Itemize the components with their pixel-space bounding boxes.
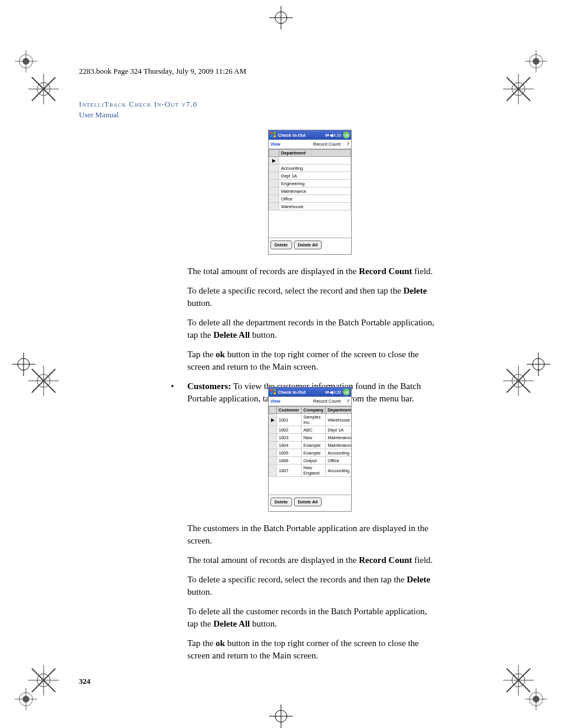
row-selector[interactable] <box>269 426 277 434</box>
table-row[interactable]: Dept 1A <box>269 172 351 180</box>
data-grid[interactable]: CustomerCompanyDepartment▶1001Samples In… <box>269 406 351 495</box>
view-menu[interactable]: View <box>270 398 280 404</box>
svg-rect-61 <box>273 135 276 137</box>
record-count-value: 7 <box>347 141 349 147</box>
table-row[interactable]: Accounting <box>269 164 351 172</box>
row-selector[interactable] <box>269 164 279 172</box>
table-row[interactable]: 1004ExampleMaintenance <box>269 442 352 449</box>
cell: New <box>302 434 326 442</box>
cell-department: Accounting <box>279 164 351 172</box>
svg-rect-63 <box>273 388 276 391</box>
ok-button[interactable]: ok <box>343 388 350 396</box>
cell: New England <box>302 465 326 477</box>
row-selector[interactable] <box>269 442 277 449</box>
svg-rect-62 <box>270 388 273 391</box>
cell: Output <box>302 457 326 465</box>
col-department[interactable]: Department <box>326 407 351 414</box>
svg-rect-58 <box>270 131 273 134</box>
registration-mark-icon <box>269 6 293 29</box>
delete-button[interactable]: Delete <box>270 241 292 249</box>
svg-rect-65 <box>273 392 276 394</box>
row-selector[interactable]: ▶ <box>269 157 279 164</box>
connectivity-icon: ⇄ <box>325 390 329 395</box>
cell: Maintenance <box>326 442 351 449</box>
window-title: Check In-Out <box>278 390 325 395</box>
svg-rect-59 <box>273 131 276 134</box>
cell: 1004 <box>277 442 302 449</box>
data-grid[interactable]: Department▶AccountingDept 1AEngineeringM… <box>269 149 351 238</box>
page-number: 324 <box>79 677 91 686</box>
cell: 1007 <box>277 465 302 477</box>
window-title: Check In-Out <box>278 133 325 138</box>
row-selector[interactable] <box>269 180 279 187</box>
windows-icon <box>270 388 276 396</box>
record-count-label: Record Count: <box>313 398 341 404</box>
record-count-value: 7 <box>347 398 349 404</box>
title-bar: Check In-Out ⇄ ◀ 4:16 ok <box>269 130 351 140</box>
row-selector[interactable] <box>269 457 277 465</box>
row-selector[interactable] <box>269 434 277 442</box>
col-customer[interactable]: Customer <box>277 407 302 414</box>
row-selector[interactable] <box>269 187 279 195</box>
crosshair-icon <box>503 74 534 104</box>
row-selector[interactable] <box>269 195 279 203</box>
cell: 1005 <box>277 449 302 457</box>
document-page: 2283.book Page 324 Thursday, July 9, 200… <box>0 0 562 728</box>
printer-mark-icon <box>15 50 37 73</box>
crosshair-icon <box>28 365 59 396</box>
cell-department: Office <box>279 195 351 203</box>
view-menu[interactable]: View <box>270 141 280 147</box>
cell: Dept 1A <box>326 426 351 434</box>
doc-type: User Manual <box>79 110 197 120</box>
row-selector[interactable] <box>269 449 277 457</box>
product-title: IntelliTrack Check In-Out v7.0 <box>79 99 197 110</box>
cell-department <box>279 157 351 164</box>
row-selector[interactable] <box>269 203 279 210</box>
crosshair-icon <box>28 665 59 696</box>
col-company[interactable]: Company <box>302 407 326 414</box>
table-row[interactable]: Warehouse <box>269 203 351 210</box>
table-row[interactable]: Engineering <box>269 180 351 187</box>
svg-rect-60 <box>270 135 273 137</box>
ok-button[interactable]: ok <box>343 131 350 139</box>
book-header: 2283.book Page 324 Thursday, July 9, 200… <box>79 67 246 76</box>
menu-bar: View Record Count: 7 <box>269 140 351 149</box>
table-row[interactable]: Maintenance <box>269 187 351 195</box>
table-row[interactable]: ▶1001Samples Inc.Warehouse <box>269 414 352 426</box>
svg-rect-64 <box>270 392 273 394</box>
clock-text: 4:20 <box>333 390 341 394</box>
cell: Warehouse <box>326 414 351 426</box>
title-bar: Check In-Out ⇄ ◀ 4:20 ok <box>269 387 351 397</box>
table-row[interactable]: 1005ExampleAccounting <box>269 449 352 457</box>
cell: Office <box>326 457 351 465</box>
registration-mark-icon <box>269 704 293 728</box>
delete-button[interactable]: Delete <box>270 498 292 506</box>
delete-all-button[interactable]: Delete All <box>294 498 322 506</box>
table-row[interactable]: 1007New EnglandAccounting <box>269 465 352 477</box>
row-selector[interactable] <box>269 465 277 477</box>
cell: 1006 <box>277 457 302 465</box>
crosshair-icon <box>28 74 59 104</box>
cell: Accounting <box>326 449 351 457</box>
windows-icon <box>270 131 276 139</box>
table-row[interactable]: ▶ <box>269 157 351 164</box>
cell: 1001 <box>277 414 302 426</box>
body-text: The customers in the Batch Portable appl… <box>187 522 435 669</box>
cell: Accounting <box>326 465 351 477</box>
menu-bar: View Record Count: 7 <box>269 397 351 406</box>
table-row[interactable]: 1002ABCDept 1A <box>269 426 352 434</box>
col-department[interactable]: Department <box>279 150 351 157</box>
cell: Example <box>302 442 326 449</box>
delete-all-button[interactable]: Delete All <box>294 241 322 249</box>
table-row[interactable]: 1003NewMaintenance <box>269 434 352 442</box>
table-row[interactable]: 1006OutputOffice <box>269 457 352 465</box>
table-row[interactable]: Office <box>269 195 351 203</box>
cell-department: Warehouse <box>279 203 351 210</box>
crosshair-icon <box>503 365 534 396</box>
row-selector[interactable] <box>269 172 279 180</box>
row-selector[interactable]: ▶ <box>269 414 277 426</box>
printer-mark-icon <box>525 50 547 73</box>
connectivity-icon: ⇄ <box>325 133 329 138</box>
crosshair-icon <box>503 665 534 696</box>
running-head: IntelliTrack Check In-Out v7.0 User Manu… <box>79 99 197 120</box>
